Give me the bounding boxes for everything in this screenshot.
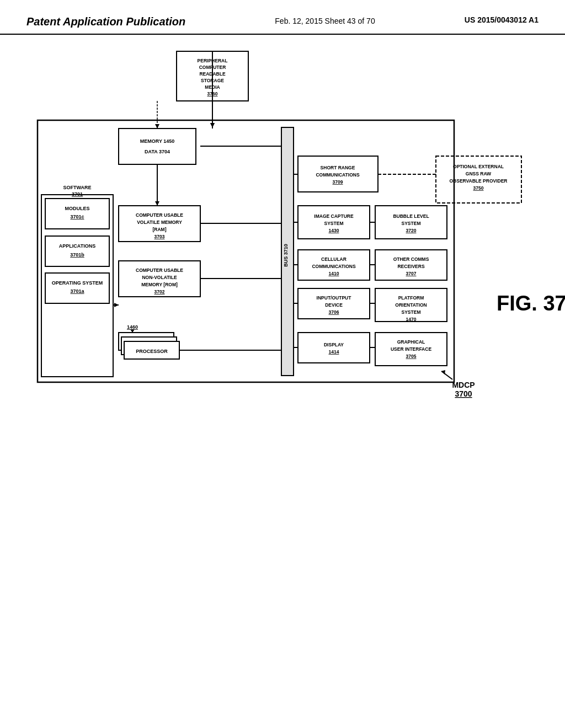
svg-text:FIG. 37: FIG. 37 — [497, 292, 565, 315]
svg-text:3705: 3705 — [406, 354, 417, 359]
svg-rect-98 — [45, 236, 109, 266]
svg-text:PLATFORM: PLATFORM — [398, 295, 424, 301]
svg-text:3760: 3760 — [207, 91, 218, 97]
diagram-svg: PERIPHERAL COMPUTER READABLE STORAGE MED… — [0, 35, 565, 697]
svg-text:APPLICATIONS: APPLICATIONS — [59, 243, 95, 249]
svg-text:PERIPHERAL: PERIPHERAL — [198, 58, 228, 63]
svg-rect-28 — [298, 206, 370, 239]
svg-text:ORIENTATION: ORIENTATION — [395, 302, 427, 308]
svg-text:BUS 3710: BUS 3710 — [283, 244, 289, 267]
svg-text:OPTIONAL EXTERNAL: OPTIONAL EXTERNAL — [453, 164, 504, 169]
svg-text:MEMORY [ROM]: MEMORY [ROM] — [141, 282, 178, 287]
svg-marker-23 — [155, 201, 159, 206]
svg-marker-91 — [130, 329, 135, 333]
svg-text:1470: 1470 — [406, 317, 417, 322]
svg-text:3709: 3709 — [333, 179, 343, 185]
svg-rect-24 — [375, 206, 447, 239]
svg-text:3701: 3701 — [72, 191, 83, 197]
svg-marker-113 — [210, 123, 215, 127]
svg-marker-107 — [114, 303, 119, 307]
header-center: Feb. 12, 2015 Sheet 43 of 70 — [275, 15, 375, 27]
svg-rect-53 — [298, 333, 370, 363]
svg-rect-45 — [298, 288, 370, 319]
svg-text:SYSTEM: SYSTEM — [402, 309, 421, 315]
svg-text:SHORT RANGE: SHORT RANGE — [321, 165, 355, 170]
svg-text:3706: 3706 — [329, 309, 339, 315]
svg-text:3703: 3703 — [154, 234, 165, 239]
svg-rect-32 — [375, 250, 447, 280]
svg-text:OBSERVABLE PROVIDER: OBSERVABLE PROVIDER — [449, 178, 507, 184]
header-right: US 2015/0043012 A1 — [465, 15, 539, 24]
svg-rect-0 — [177, 51, 248, 101]
svg-rect-93 — [38, 120, 454, 382]
svg-text:MEDIA: MEDIA — [205, 84, 220, 90]
svg-text:CELLULAR: CELLULAR — [321, 256, 347, 262]
svg-rect-94 — [41, 195, 113, 377]
svg-rect-101 — [45, 273, 109, 303]
svg-marker-81 — [155, 124, 159, 129]
svg-text:DATA 3704: DATA 3704 — [145, 149, 170, 154]
svg-text:3701c: 3701c — [70, 214, 84, 220]
svg-text:3707: 3707 — [406, 271, 417, 276]
svg-text:1460: 1460 — [127, 324, 138, 330]
svg-rect-72 — [119, 261, 200, 297]
svg-marker-8 — [210, 123, 215, 127]
svg-text:3701a: 3701a — [70, 288, 84, 294]
svg-text:MEMORY 1450: MEMORY 1450 — [140, 138, 175, 144]
svg-text:COMPUTER USABLE: COMPUTER USABLE — [136, 267, 183, 273]
svg-text:DISPLAY: DISPLAY — [324, 342, 344, 347]
svg-text:[RAM]: [RAM] — [152, 227, 166, 232]
svg-text:OPERATING SYSTEM: OPERATING SYSTEM — [52, 280, 103, 286]
svg-rect-36 — [298, 250, 370, 280]
svg-text:3702: 3702 — [154, 289, 165, 295]
svg-text:GNSS RAW: GNSS RAW — [466, 171, 492, 176]
svg-text:COMPUTER USABLE: COMPUTER USABLE — [136, 212, 183, 218]
svg-text:COMPUTER: COMPUTER — [199, 65, 226, 70]
page-header: Patent Application Publication Feb. 12, … — [0, 0, 565, 35]
svg-text:3750: 3750 — [473, 185, 484, 191]
svg-text:READABLE: READABLE — [199, 71, 226, 77]
svg-text:MODULES: MODULES — [65, 206, 90, 211]
svg-rect-9 — [436, 156, 521, 203]
diagram-area: PERIPHERAL COMPUTER READABLE STORAGE MED… — [0, 35, 565, 697]
svg-text:PROCESSOR: PROCESSOR — [133, 344, 165, 350]
svg-text:1410: 1410 — [329, 271, 339, 276]
svg-text:3700: 3700 — [455, 389, 472, 398]
svg-text:VOLATILE MEMORY: VOLATILE MEMORY — [137, 220, 182, 225]
svg-text:USER INTERFACE: USER INTERFACE — [391, 346, 431, 352]
svg-marker-111 — [441, 370, 445, 374]
svg-rect-87 — [124, 341, 179, 359]
svg-rect-14 — [298, 156, 378, 192]
svg-rect-56 — [281, 127, 294, 376]
svg-text:3701b: 3701b — [70, 252, 84, 258]
svg-rect-40 — [375, 288, 447, 322]
svg-text:BUBBLE LEVEL: BUBBLE LEVEL — [393, 213, 429, 219]
svg-rect-49 — [375, 333, 447, 366]
svg-text:DEVICE: DEVICE — [325, 302, 343, 308]
svg-rect-19 — [119, 129, 196, 164]
svg-text:COMMUNICATIONS: COMMUNICATIONS — [312, 264, 355, 269]
svg-text:1414: 1414 — [329, 349, 339, 355]
svg-text:SYSTEM: SYSTEM — [324, 221, 344, 226]
svg-text:1430: 1430 — [329, 228, 339, 233]
svg-rect-85 — [121, 337, 177, 355]
svg-text:PROCESSOR: PROCESSOR — [136, 349, 168, 354]
svg-text:PROCESSOR: PROCESSOR — [130, 340, 162, 345]
svg-text:3720: 3720 — [406, 228, 417, 233]
svg-rect-67 — [119, 206, 200, 242]
svg-text:SOFTWARE: SOFTWARE — [63, 185, 92, 190]
svg-line-110 — [441, 371, 452, 379]
svg-text:INPUT/OUTPUT: INPUT/OUTPUT — [317, 295, 352, 301]
svg-text:COMMUNICATIONS: COMMUNICATIONS — [316, 172, 359, 178]
svg-rect-95 — [45, 199, 109, 229]
svg-rect-83 — [119, 333, 174, 350]
svg-text:MDCP: MDCP — [452, 381, 475, 389]
svg-text:NON-VOLATILE: NON-VOLATILE — [142, 275, 177, 280]
svg-text:GRAPHICAL: GRAPHICAL — [397, 339, 425, 345]
svg-text:OTHER COMMS: OTHER COMMS — [393, 256, 429, 262]
svg-text:SYSTEM: SYSTEM — [402, 221, 421, 226]
svg-text:IMAGE CAPTURE: IMAGE CAPTURE — [314, 213, 354, 219]
svg-text:STORAGE: STORAGE — [201, 78, 224, 83]
svg-text:RECEIVERS: RECEIVERS — [397, 264, 424, 269]
header-left: Patent Application Publication — [26, 15, 185, 28]
